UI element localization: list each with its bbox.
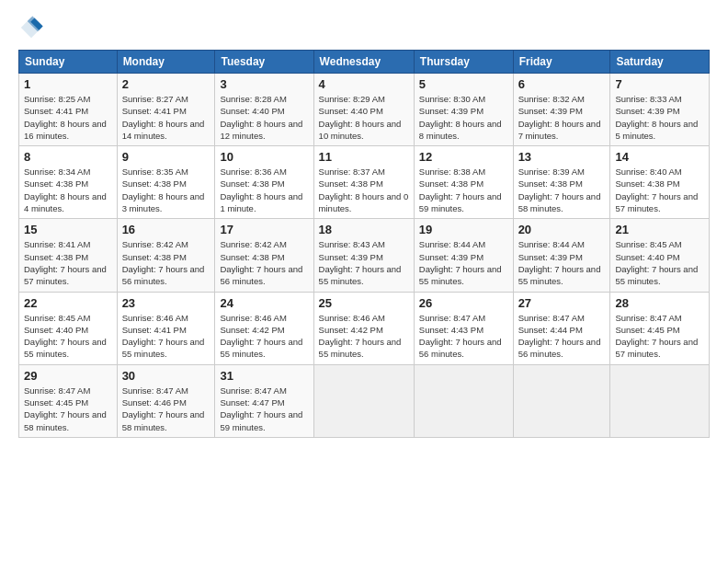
- day-number: 30: [122, 369, 210, 383]
- day-cell: 9Sunrise: 8:35 AMSunset: 4:38 PMDaylight…: [117, 146, 215, 219]
- day-cell: 20Sunrise: 8:44 AMSunset: 4:39 PMDayligh…: [513, 219, 610, 292]
- day-cell: 2Sunrise: 8:27 AMSunset: 4:41 PMDaylight…: [117, 74, 215, 146]
- day-cell: 26Sunrise: 8:47 AMSunset: 4:43 PMDayligh…: [414, 292, 513, 364]
- day-detail: Sunrise: 8:37 AMSunset: 4:38 PMDaylight:…: [319, 166, 409, 214]
- day-detail: Sunrise: 8:42 AMSunset: 4:38 PMDaylight:…: [122, 238, 210, 287]
- day-detail: Sunrise: 8:47 AMSunset: 4:43 PMDaylight:…: [419, 312, 508, 361]
- header-cell-monday: Monday: [117, 51, 215, 74]
- day-number: 16: [122, 223, 210, 236]
- day-cell: 30Sunrise: 8:47 AMSunset: 4:46 PMDayligh…: [117, 364, 215, 437]
- day-number: 26: [419, 296, 508, 310]
- day-number: 25: [319, 296, 409, 310]
- day-cell: 22Sunrise: 8:45 AMSunset: 4:40 PMDayligh…: [19, 292, 118, 364]
- day-number: 31: [220, 369, 308, 383]
- day-cell: 19Sunrise: 8:44 AMSunset: 4:39 PMDayligh…: [414, 219, 513, 292]
- header-cell-wednesday: Wednesday: [313, 51, 414, 74]
- day-detail: Sunrise: 8:33 AMSunset: 4:39 PMDaylight:…: [615, 93, 704, 142]
- calendar-table: SundayMondayTuesdayWednesdayThursdayFrid…: [18, 50, 710, 438]
- day-detail: Sunrise: 8:28 AMSunset: 4:40 PMDaylight:…: [220, 93, 308, 142]
- day-cell: [414, 364, 513, 437]
- day-number: 14: [615, 150, 704, 164]
- day-cell: [313, 364, 414, 437]
- day-detail: Sunrise: 8:47 AMSunset: 4:45 PMDaylight:…: [24, 385, 112, 433]
- day-number: 9: [122, 150, 210, 164]
- week-row-3: 15Sunrise: 8:41 AMSunset: 4:38 PMDayligh…: [19, 219, 710, 292]
- calendar-header: SundayMondayTuesdayWednesdayThursdayFrid…: [19, 51, 710, 74]
- day-number: 20: [518, 223, 606, 236]
- day-cell: 4Sunrise: 8:29 AMSunset: 4:40 PMDaylight…: [313, 74, 414, 146]
- day-detail: Sunrise: 8:47 AMSunset: 4:47 PMDaylight:…: [220, 385, 308, 433]
- day-detail: Sunrise: 8:38 AMSunset: 4:38 PMDaylight:…: [419, 166, 508, 214]
- header: [18, 15, 710, 40]
- day-number: 28: [615, 296, 704, 310]
- day-cell: 1Sunrise: 8:25 AMSunset: 4:41 PMDaylight…: [19, 74, 118, 146]
- day-cell: 31Sunrise: 8:47 AMSunset: 4:47 PMDayligh…: [215, 364, 313, 437]
- day-detail: Sunrise: 8:45 AMSunset: 4:40 PMDaylight:…: [24, 312, 112, 361]
- day-cell: 28Sunrise: 8:47 AMSunset: 4:45 PMDayligh…: [610, 292, 710, 364]
- day-detail: Sunrise: 8:35 AMSunset: 4:38 PMDaylight:…: [122, 166, 210, 214]
- day-detail: Sunrise: 8:46 AMSunset: 4:41 PMDaylight:…: [122, 312, 210, 361]
- day-detail: Sunrise: 8:45 AMSunset: 4:40 PMDaylight:…: [615, 238, 704, 287]
- day-cell: 29Sunrise: 8:47 AMSunset: 4:45 PMDayligh…: [19, 364, 118, 437]
- day-cell: 18Sunrise: 8:43 AMSunset: 4:39 PMDayligh…: [313, 219, 414, 292]
- day-cell: 10Sunrise: 8:36 AMSunset: 4:38 PMDayligh…: [215, 146, 313, 219]
- day-detail: Sunrise: 8:34 AMSunset: 4:38 PMDaylight:…: [24, 166, 112, 214]
- day-detail: Sunrise: 8:46 AMSunset: 4:42 PMDaylight:…: [220, 312, 308, 361]
- day-detail: Sunrise: 8:36 AMSunset: 4:38 PMDaylight:…: [220, 166, 308, 214]
- day-detail: Sunrise: 8:25 AMSunset: 4:41 PMDaylight:…: [24, 93, 112, 142]
- day-number: 3: [220, 77, 308, 91]
- day-detail: Sunrise: 8:39 AMSunset: 4:38 PMDaylight:…: [518, 166, 606, 214]
- logo: [18, 15, 48, 40]
- day-cell: 5Sunrise: 8:30 AMSunset: 4:39 PMDaylight…: [414, 74, 513, 146]
- day-detail: Sunrise: 8:32 AMSunset: 4:39 PMDaylight:…: [518, 93, 606, 142]
- header-cell-sunday: Sunday: [19, 51, 118, 74]
- calendar-page: SundayMondayTuesdayWednesdayThursdayFrid…: [0, 0, 728, 563]
- day-number: 21: [615, 223, 704, 236]
- day-cell: 24Sunrise: 8:46 AMSunset: 4:42 PMDayligh…: [215, 292, 313, 364]
- day-cell: 15Sunrise: 8:41 AMSunset: 4:38 PMDayligh…: [19, 219, 118, 292]
- day-detail: Sunrise: 8:44 AMSunset: 4:39 PMDaylight:…: [419, 238, 508, 287]
- header-cell-friday: Friday: [513, 51, 610, 74]
- header-row: SundayMondayTuesdayWednesdayThursdayFrid…: [19, 51, 710, 74]
- day-detail: Sunrise: 8:46 AMSunset: 4:42 PMDaylight:…: [319, 312, 409, 361]
- day-detail: Sunrise: 8:41 AMSunset: 4:38 PMDaylight:…: [24, 238, 112, 287]
- day-number: 10: [220, 150, 308, 164]
- day-number: 6: [518, 77, 606, 91]
- day-cell: 11Sunrise: 8:37 AMSunset: 4:38 PMDayligh…: [313, 146, 414, 219]
- week-row-5: 29Sunrise: 8:47 AMSunset: 4:45 PMDayligh…: [19, 364, 710, 437]
- day-number: 4: [319, 77, 409, 91]
- day-number: 27: [518, 296, 606, 310]
- day-cell: 13Sunrise: 8:39 AMSunset: 4:38 PMDayligh…: [513, 146, 610, 219]
- day-number: 17: [220, 223, 308, 236]
- day-cell: 23Sunrise: 8:46 AMSunset: 4:41 PMDayligh…: [117, 292, 215, 364]
- day-cell: 17Sunrise: 8:42 AMSunset: 4:38 PMDayligh…: [215, 219, 313, 292]
- week-row-4: 22Sunrise: 8:45 AMSunset: 4:40 PMDayligh…: [19, 292, 710, 364]
- day-number: 19: [419, 223, 508, 236]
- day-number: 1: [24, 77, 112, 91]
- day-cell: 21Sunrise: 8:45 AMSunset: 4:40 PMDayligh…: [610, 219, 710, 292]
- day-number: 11: [319, 150, 409, 164]
- day-number: 22: [24, 296, 112, 310]
- day-detail: Sunrise: 8:47 AMSunset: 4:46 PMDaylight:…: [122, 385, 210, 433]
- day-detail: Sunrise: 8:40 AMSunset: 4:38 PMDaylight:…: [615, 166, 704, 214]
- day-cell: 7Sunrise: 8:33 AMSunset: 4:39 PMDaylight…: [610, 74, 710, 146]
- day-detail: Sunrise: 8:30 AMSunset: 4:39 PMDaylight:…: [419, 93, 508, 142]
- header-cell-thursday: Thursday: [414, 51, 513, 74]
- day-number: 24: [220, 296, 308, 310]
- logo-icon: [18, 15, 44, 40]
- day-number: 15: [24, 223, 112, 236]
- day-cell: 3Sunrise: 8:28 AMSunset: 4:40 PMDaylight…: [215, 74, 313, 146]
- day-cell: 8Sunrise: 8:34 AMSunset: 4:38 PMDaylight…: [19, 146, 118, 219]
- day-number: 5: [419, 77, 508, 91]
- day-cell: 16Sunrise: 8:42 AMSunset: 4:38 PMDayligh…: [117, 219, 215, 292]
- day-detail: Sunrise: 8:44 AMSunset: 4:39 PMDaylight:…: [518, 238, 606, 287]
- day-detail: Sunrise: 8:42 AMSunset: 4:38 PMDaylight:…: [220, 238, 308, 287]
- day-detail: Sunrise: 8:29 AMSunset: 4:40 PMDaylight:…: [319, 93, 409, 142]
- calendar-body: 1Sunrise: 8:25 AMSunset: 4:41 PMDaylight…: [19, 74, 710, 438]
- day-number: 18: [319, 223, 409, 236]
- day-detail: Sunrise: 8:43 AMSunset: 4:39 PMDaylight:…: [319, 238, 409, 287]
- day-cell: [610, 364, 710, 437]
- day-cell: 6Sunrise: 8:32 AMSunset: 4:39 PMDaylight…: [513, 74, 610, 146]
- week-row-2: 8Sunrise: 8:34 AMSunset: 4:38 PMDaylight…: [19, 146, 710, 219]
- day-cell: 25Sunrise: 8:46 AMSunset: 4:42 PMDayligh…: [313, 292, 414, 364]
